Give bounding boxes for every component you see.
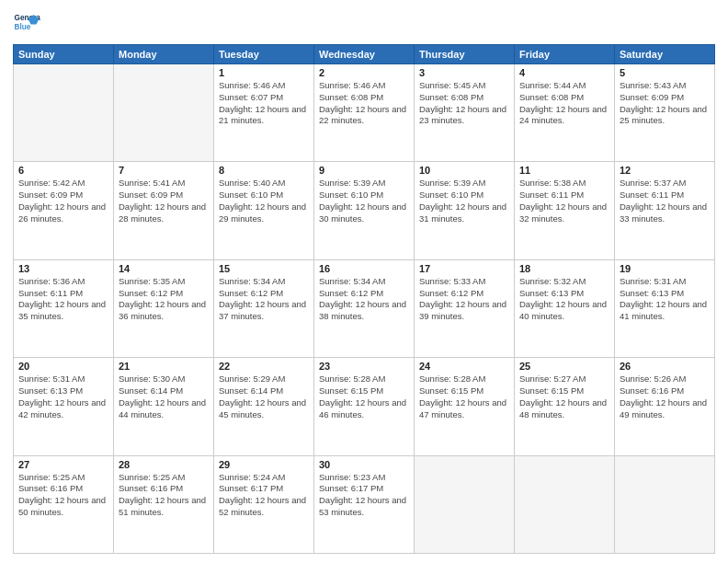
- day-info: Sunrise: 5:46 AM Sunset: 6:08 PM Dayligh…: [319, 80, 409, 127]
- day-info: Sunrise: 5:45 AM Sunset: 6:08 PM Dayligh…: [419, 80, 509, 127]
- day-info: Sunrise: 5:34 AM Sunset: 6:12 PM Dayligh…: [219, 276, 309, 323]
- day-number: 24: [419, 361, 509, 372]
- calendar-cell: 28Sunrise: 5:25 AM Sunset: 6:16 PM Dayli…: [114, 455, 214, 553]
- calendar-cell: [114, 64, 214, 162]
- day-number: 23: [319, 361, 409, 372]
- calendar-cell: 19Sunrise: 5:31 AM Sunset: 6:13 PM Dayli…: [615, 259, 715, 357]
- day-number: 12: [620, 165, 710, 176]
- day-number: 22: [219, 361, 309, 372]
- calendar-header-monday: Monday: [114, 45, 214, 64]
- day-info: Sunrise: 5:25 AM Sunset: 6:16 PM Dayligh…: [119, 472, 209, 519]
- day-info: Sunrise: 5:43 AM Sunset: 6:09 PM Dayligh…: [620, 80, 710, 127]
- calendar-cell: 13Sunrise: 5:36 AM Sunset: 6:11 PM Dayli…: [14, 259, 114, 357]
- calendar-cell: 27Sunrise: 5:25 AM Sunset: 6:16 PM Dayli…: [14, 455, 114, 553]
- calendar-week-4: 27Sunrise: 5:25 AM Sunset: 6:16 PM Dayli…: [14, 455, 715, 553]
- calendar-cell: 4Sunrise: 5:44 AM Sunset: 6:08 PM Daylig…: [515, 64, 615, 162]
- calendar-cell: 25Sunrise: 5:27 AM Sunset: 6:15 PM Dayli…: [515, 358, 615, 455]
- day-info: Sunrise: 5:34 AM Sunset: 6:12 PM Dayligh…: [319, 276, 409, 323]
- calendar-cell: 16Sunrise: 5:34 AM Sunset: 6:12 PM Dayli…: [314, 259, 415, 357]
- day-info: Sunrise: 5:42 AM Sunset: 6:09 PM Dayligh…: [18, 178, 108, 224]
- calendar-header-wednesday: Wednesday: [314, 45, 415, 64]
- day-info: Sunrise: 5:32 AM Sunset: 6:13 PM Dayligh…: [519, 276, 609, 323]
- day-info: Sunrise: 5:28 AM Sunset: 6:15 PM Dayligh…: [319, 373, 409, 420]
- svg-text:Blue: Blue: [15, 23, 31, 31]
- day-info: Sunrise: 5:26 AM Sunset: 6:16 PM Dayligh…: [620, 373, 710, 420]
- day-info: Sunrise: 5:31 AM Sunset: 6:13 PM Dayligh…: [18, 373, 108, 420]
- day-number: 2: [319, 67, 409, 78]
- calendar-cell: 5Sunrise: 5:43 AM Sunset: 6:09 PM Daylig…: [615, 64, 715, 162]
- day-info: Sunrise: 5:27 AM Sunset: 6:15 PM Dayligh…: [519, 373, 609, 420]
- day-info: Sunrise: 5:29 AM Sunset: 6:14 PM Dayligh…: [219, 373, 309, 420]
- day-number: 8: [219, 165, 309, 176]
- day-info: Sunrise: 5:46 AM Sunset: 6:07 PM Dayligh…: [219, 80, 309, 127]
- day-info: Sunrise: 5:35 AM Sunset: 6:12 PM Dayligh…: [119, 276, 209, 323]
- calendar-header-sunday: Sunday: [14, 45, 114, 64]
- day-number: 6: [18, 165, 108, 176]
- calendar-cell: 8Sunrise: 5:40 AM Sunset: 6:10 PM Daylig…: [214, 162, 314, 259]
- calendar-cell: 14Sunrise: 5:35 AM Sunset: 6:12 PM Dayli…: [114, 259, 214, 357]
- day-info: Sunrise: 5:25 AM Sunset: 6:16 PM Dayligh…: [18, 472, 108, 519]
- day-number: 28: [119, 459, 209, 470]
- calendar-cell: 6Sunrise: 5:42 AM Sunset: 6:09 PM Daylig…: [14, 162, 114, 259]
- calendar-cell: 18Sunrise: 5:32 AM Sunset: 6:13 PM Dayli…: [515, 259, 615, 357]
- calendar-cell: 10Sunrise: 5:39 AM Sunset: 6:10 PM Dayli…: [415, 162, 515, 259]
- logo: General Blue: [13, 9, 40, 37]
- calendar-week-3: 20Sunrise: 5:31 AM Sunset: 6:13 PM Dayli…: [14, 358, 715, 455]
- day-info: Sunrise: 5:31 AM Sunset: 6:13 PM Dayligh…: [620, 276, 710, 323]
- calendar-cell: [415, 455, 515, 553]
- calendar-cell: 3Sunrise: 5:45 AM Sunset: 6:08 PM Daylig…: [415, 64, 515, 162]
- day-info: Sunrise: 5:24 AM Sunset: 6:17 PM Dayligh…: [219, 472, 309, 519]
- calendar-cell: [515, 455, 615, 553]
- day-info: Sunrise: 5:30 AM Sunset: 6:14 PM Dayligh…: [119, 373, 209, 420]
- calendar-cell: 29Sunrise: 5:24 AM Sunset: 6:17 PM Dayli…: [214, 455, 314, 553]
- calendar-header-tuesday: Tuesday: [214, 45, 314, 64]
- day-number: 27: [18, 459, 108, 470]
- calendar-week-0: 1Sunrise: 5:46 AM Sunset: 6:07 PM Daylig…: [14, 64, 715, 162]
- calendar-cell: 23Sunrise: 5:28 AM Sunset: 6:15 PM Dayli…: [314, 358, 415, 455]
- day-number: 5: [620, 67, 710, 78]
- day-number: 9: [319, 165, 409, 176]
- day-number: 13: [18, 263, 108, 274]
- calendar-cell: 7Sunrise: 5:41 AM Sunset: 6:09 PM Daylig…: [114, 162, 214, 259]
- day-number: 10: [419, 165, 509, 176]
- calendar-cell: 9Sunrise: 5:39 AM Sunset: 6:10 PM Daylig…: [314, 162, 415, 259]
- day-number: 11: [519, 165, 609, 176]
- day-info: Sunrise: 5:39 AM Sunset: 6:10 PM Dayligh…: [319, 178, 409, 224]
- day-info: Sunrise: 5:39 AM Sunset: 6:10 PM Dayligh…: [419, 178, 509, 224]
- calendar-table: SundayMondayTuesdayWednesdayThursdayFrid…: [13, 44, 715, 554]
- day-number: 30: [319, 459, 409, 470]
- day-number: 4: [519, 67, 609, 78]
- calendar-cell: 1Sunrise: 5:46 AM Sunset: 6:07 PM Daylig…: [214, 64, 314, 162]
- calendar-cell: 22Sunrise: 5:29 AM Sunset: 6:14 PM Dayli…: [214, 358, 314, 455]
- day-info: Sunrise: 5:33 AM Sunset: 6:12 PM Dayligh…: [419, 276, 509, 323]
- day-info: Sunrise: 5:38 AM Sunset: 6:11 PM Dayligh…: [519, 178, 609, 224]
- day-number: 26: [620, 361, 710, 372]
- day-number: 18: [519, 263, 609, 274]
- day-number: 19: [620, 263, 710, 274]
- calendar-header-friday: Friday: [515, 45, 615, 64]
- calendar-cell: 17Sunrise: 5:33 AM Sunset: 6:12 PM Dayli…: [415, 259, 515, 357]
- day-number: 14: [119, 263, 209, 274]
- calendar-cell: 2Sunrise: 5:46 AM Sunset: 6:08 PM Daylig…: [314, 64, 415, 162]
- calendar-cell: 12Sunrise: 5:37 AM Sunset: 6:11 PM Dayli…: [615, 162, 715, 259]
- day-info: Sunrise: 5:36 AM Sunset: 6:11 PM Dayligh…: [18, 276, 108, 323]
- day-info: Sunrise: 5:41 AM Sunset: 6:09 PM Dayligh…: [119, 178, 209, 224]
- calendar-cell: 30Sunrise: 5:23 AM Sunset: 6:17 PM Dayli…: [314, 455, 415, 553]
- day-info: Sunrise: 5:44 AM Sunset: 6:08 PM Dayligh…: [519, 80, 609, 127]
- calendar-cell: 15Sunrise: 5:34 AM Sunset: 6:12 PM Dayli…: [214, 259, 314, 357]
- day-number: 15: [219, 263, 309, 274]
- day-info: Sunrise: 5:23 AM Sunset: 6:17 PM Dayligh…: [319, 472, 409, 519]
- day-number: 16: [319, 263, 409, 274]
- calendar-cell: 26Sunrise: 5:26 AM Sunset: 6:16 PM Dayli…: [615, 358, 715, 455]
- calendar-cell: 11Sunrise: 5:38 AM Sunset: 6:11 PM Dayli…: [515, 162, 615, 259]
- calendar-header-saturday: Saturday: [615, 45, 715, 64]
- day-number: 3: [419, 67, 509, 78]
- day-number: 17: [419, 263, 509, 274]
- logo-icon: General Blue: [13, 9, 40, 37]
- calendar-week-1: 6Sunrise: 5:42 AM Sunset: 6:09 PM Daylig…: [14, 162, 715, 259]
- day-info: Sunrise: 5:40 AM Sunset: 6:10 PM Dayligh…: [219, 178, 309, 224]
- header: General Blue: [13, 9, 715, 37]
- day-info: Sunrise: 5:28 AM Sunset: 6:15 PM Dayligh…: [419, 373, 509, 420]
- day-number: 20: [18, 361, 108, 372]
- calendar-header-row: SundayMondayTuesdayWednesdayThursdayFrid…: [14, 45, 715, 64]
